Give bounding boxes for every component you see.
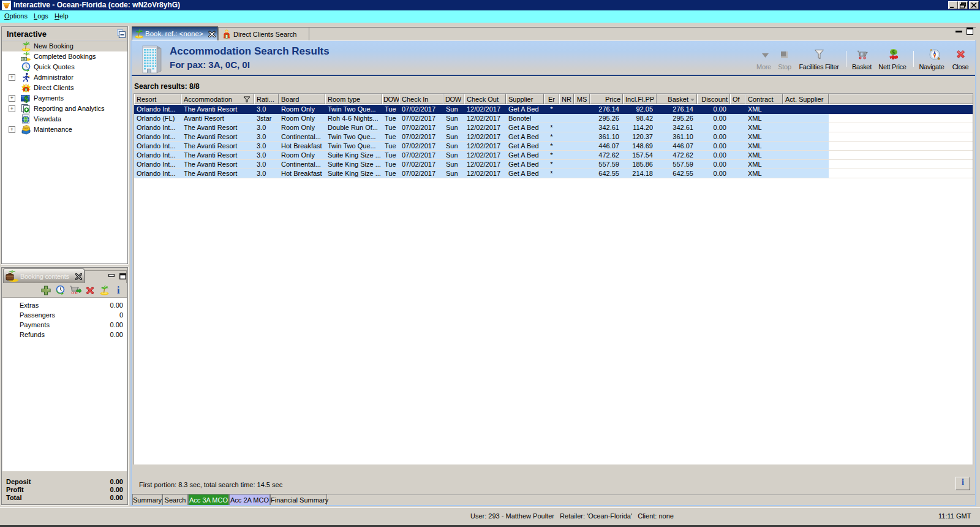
svg-text:i: i	[117, 285, 120, 295]
svg-text:$: $	[24, 95, 29, 104]
svg-text:$: $	[892, 49, 895, 56]
